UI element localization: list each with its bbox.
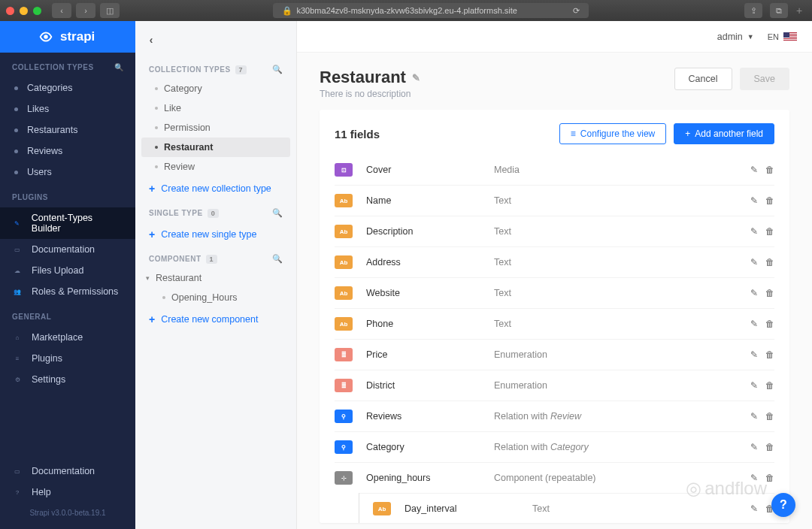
delete-field-icon[interactable]: 🗑 [765,165,774,175]
field-type-badge: Ab [335,317,353,331]
edit-field-icon[interactable]: ✎ [750,442,758,452]
field-row[interactable]: ⊹Opening_hoursComponent (repeatable)✎🗑 [335,462,774,493]
component-tree-root[interactable]: ▾Restaurant [141,268,290,288]
delete-field-icon[interactable]: 🗑 [765,257,774,268]
version-text: Strapi v3.0.0-beta.19.1 [0,503,135,523]
delete-field-icon[interactable]: 🗑 [765,226,774,237]
browser-forward[interactable]: › [76,3,95,18]
create-single-type[interactable]: +Create new single type [141,222,290,246]
flag-icon [783,32,797,41]
sidebar-item-content-types-builder[interactable]: ✎Content-Types Builder [0,207,135,239]
language-switch[interactable]: EN [768,32,797,41]
edit-field-icon[interactable]: ✎ [750,503,758,514]
reload-icon[interactable]: ⟳ [573,6,580,16]
edit-field-icon[interactable]: ✎ [750,195,758,206]
bullet-icon [155,126,158,129]
general-heading: GENERAL [0,302,135,327]
delete-field-icon[interactable]: 🗑 [765,319,774,329]
edit-field-icon[interactable]: ✎ [750,380,758,391]
back-button[interactable]: ‹ [141,30,161,50]
configure-view-button[interactable]: ≡Configure the view [559,123,666,144]
delete-field-icon[interactable]: 🗑 [765,380,774,391]
save-button: Save [740,68,790,90]
field-row[interactable]: ⚲ReviewsRelation with Review✎🗑 [335,401,774,431]
bullet-icon [155,87,158,90]
sidebar-item-likes[interactable]: Likes [0,98,135,119]
edit-field-icon[interactable]: ✎ [750,411,758,422]
field-row[interactable]: AbDay_intervalText✎🗑 [359,493,774,523]
sidebar-item-documentation[interactable]: ▭Documentation [0,239,135,260]
bullet-icon [155,146,158,149]
create-collection-type[interactable]: +Create new collection type [141,177,290,201]
create-component[interactable]: +Create new component [141,307,290,331]
sidebar-item-restaurants[interactable]: Restaurants [0,119,135,141]
search-icon[interactable]: 🔍 [272,65,283,74]
field-row[interactable]: AbDescriptionText✎🗑 [335,216,774,246]
cancel-button[interactable]: Cancel [674,68,732,90]
field-row[interactable]: AbPhoneText✎🗑 [335,308,774,339]
ct-item-like[interactable]: Like [141,98,290,118]
delete-field-icon[interactable]: 🗑 [765,473,774,483]
edit-title-icon[interactable]: ✎ [412,72,420,83]
sidebar-item-users[interactable]: Users [0,162,135,183]
field-type-label: Text [494,226,750,237]
sidebar-item-categories[interactable]: Categories [0,77,135,98]
ct-item-restaurant[interactable]: Restaurant [141,138,290,157]
field-name: Phone [366,319,494,329]
sidebar-item-marketplace[interactable]: ⌂Marketplace [0,327,135,348]
delete-field-icon[interactable]: 🗑 [765,349,774,360]
field-type-label: Text [494,288,750,298]
sidebar-item-reviews[interactable]: Reviews [0,141,135,162]
sidebar-item-roles-permissions[interactable]: 👥Roles & Permissions [0,281,135,302]
new-tab[interactable]: + [792,4,806,17]
search-icon[interactable]: 🔍 [272,208,283,218]
field-row[interactable]: ⚲CategoryRelation with Category✎🗑 [335,431,774,462]
share-icon[interactable]: ⇪ [744,3,762,18]
user-menu[interactable]: admin▼ [717,32,754,42]
edit-field-icon[interactable]: ✎ [750,257,758,268]
delete-field-icon[interactable]: 🗑 [765,411,774,422]
ct-item-review[interactable]: Review [141,157,290,177]
url-text: k30bma24zv8-msknyda-zkvw63sbivkg2.eu-4.p… [297,6,517,15]
tabs-icon[interactable]: ⧉ [770,3,788,18]
edit-field-icon[interactable]: ✎ [750,288,758,298]
field-row[interactable]: ⊡CoverMedia✎🗑 [335,155,774,185]
sidebar-item-files-upload[interactable]: ☁Files Upload [0,260,135,281]
help-link[interactable]: ?Help [0,482,135,503]
field-row[interactable]: AbNameText✎🗑 [335,185,774,216]
add-field-button[interactable]: +Add another field [674,123,774,144]
field-row[interactable]: AbAddressText✎🗑 [335,246,774,277]
search-icon[interactable]: 🔍 [114,63,124,71]
ct-item-category[interactable]: Category [141,79,290,98]
bullet-icon [14,171,18,174]
field-row[interactable]: AbWebsiteText✎🗑 [335,277,774,308]
nav-icon: 👥 [12,286,23,297]
browser-sidebar-icon[interactable]: ◫ [100,3,120,18]
delete-field-icon[interactable]: 🗑 [765,195,774,206]
brand-logo[interactable]: strapi [0,21,135,53]
sidebar-item-settings[interactable]: ⚙Settings [0,369,135,390]
field-row[interactable]: ≣DistrictEnumeration✎🗑 [335,370,774,401]
sliders-icon: ≡ [571,128,576,139]
edit-field-icon[interactable]: ✎ [750,165,758,175]
ct-item-permission[interactable]: Permission [141,118,290,138]
edit-field-icon[interactable]: ✎ [750,349,758,360]
field-row[interactable]: ≣PriceEnumeration✎🗑 [335,339,774,370]
component-tree-child[interactable]: Opening_Hours [141,288,290,307]
field-name: Name [366,195,494,206]
edit-field-icon[interactable]: ✎ [750,226,758,237]
search-icon[interactable]: 🔍 [272,254,283,264]
help-fab[interactable]: ? [771,493,795,517]
documentation-link[interactable]: ▭Documentation [0,461,135,482]
delete-field-icon[interactable]: 🗑 [765,442,774,452]
svg-point-0 [44,35,47,38]
field-type-label: Relation with Review [494,411,750,422]
window-controls[interactable] [6,7,41,15]
sidebar-item-plugins[interactable]: ≡Plugins [0,348,135,369]
url-bar[interactable]: 🔒 k30bma24zv8-msknyda-zkvw63sbivkg2.eu-4… [273,3,589,18]
field-type-badge: Ab [335,194,353,207]
delete-field-icon[interactable]: 🗑 [765,288,774,298]
edit-field-icon[interactable]: ✎ [750,319,758,329]
edit-field-icon[interactable]: ✎ [750,473,758,483]
browser-back[interactable]: ‹ [52,3,71,18]
